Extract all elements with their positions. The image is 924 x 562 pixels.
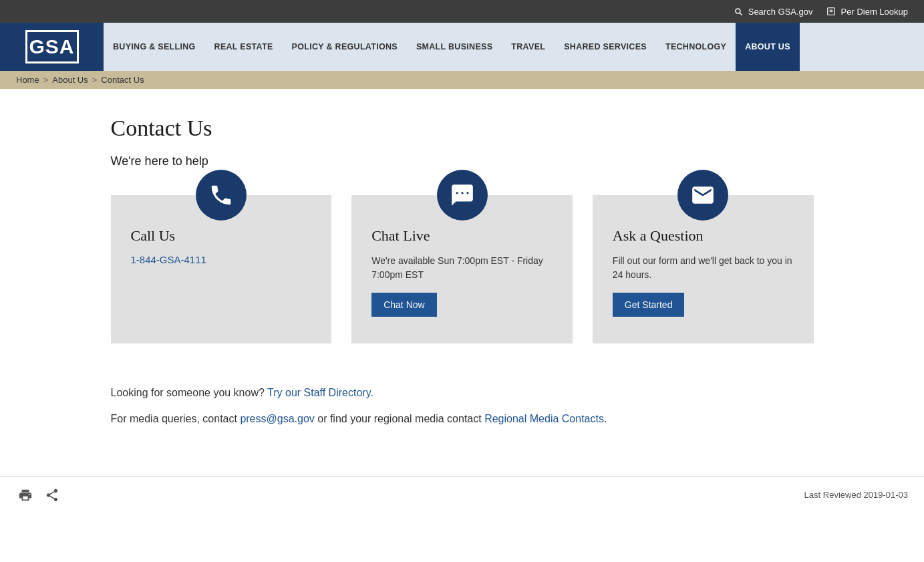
media-suffix: . [604, 413, 607, 424]
phone-number-link[interactable]: 1-844-GSA-4111 [131, 254, 206, 265]
call-us-icon-wrap [196, 170, 247, 221]
staff-directory-suffix: . [370, 387, 373, 398]
ask-question-description: Fill out our form and we'll get back to … [613, 254, 794, 282]
nav-small-business[interactable]: SMALL BUSINESS [407, 23, 502, 71]
nav-buying-selling[interactable]: BUYING & SELLING [104, 23, 205, 71]
share-button[interactable] [43, 486, 61, 505]
media-contacts-paragraph: For media queries, contact press@gsa.gov… [111, 410, 814, 429]
ask-question-card: Ask a Question Fill out our form and we'… [593, 195, 814, 343]
page-subtitle: We're here to help [111, 154, 814, 168]
ask-question-title: Ask a Question [613, 227, 794, 245]
ask-question-icon-wrap [677, 170, 728, 221]
page-footer: Last Reviewed 2019-01-03 [0, 476, 924, 514]
nav-about-us[interactable]: ABOUT US [736, 23, 800, 71]
regional-media-contacts-link[interactable]: Regional Media Contacts [484, 413, 604, 424]
call-us-card: Call Us 1-844-GSA-4111 [111, 195, 332, 343]
chat-live-title: Chat Live [371, 227, 553, 245]
nav-real-estate[interactable]: REAL ESTATE [205, 23, 283, 71]
last-reviewed-text: Last Reviewed 2019-01-03 [804, 490, 908, 500]
breadcrumb-home[interactable]: Home [16, 75, 39, 85]
breadcrumb-sep-1: > [43, 75, 49, 85]
get-started-button[interactable]: Get Started [613, 293, 685, 317]
footer-icons [16, 486, 61, 505]
page-title: Contact Us [111, 116, 814, 141]
breadcrumb-about-us[interactable]: About Us [52, 75, 88, 85]
print-button[interactable] [16, 486, 35, 505]
nav-policy-regulations[interactable]: POLICY & REGULATIONS [283, 23, 407, 71]
staff-directory-link[interactable]: Try our Staff Directory [267, 387, 370, 398]
chat-live-icon-wrap [437, 170, 488, 221]
breadcrumb-current: Contact Us [101, 75, 144, 85]
bottom-text-section: Looking for someone you know? Try our St… [111, 384, 814, 429]
nav-shared-services[interactable]: SHARED SERVICES [555, 23, 656, 71]
contact-cards-row: Call Us 1-844-GSA-4111 Chat Live We're a… [111, 195, 814, 343]
chat-icon [450, 182, 475, 208]
staff-directory-paragraph: Looking for someone you know? Try our St… [111, 384, 814, 403]
search-gsa-link[interactable]: Search GSA.gov [734, 7, 813, 17]
breadcrumb: Home > About Us > Contact Us [0, 71, 924, 89]
per-diem-link[interactable]: Per Diem Lookup [826, 7, 908, 17]
chat-now-button[interactable]: Chat Now [371, 293, 436, 317]
staff-directory-text: Looking for someone you know? [111, 387, 265, 398]
gsa-logo: GSA [25, 30, 79, 63]
nav-technology[interactable]: TECHNOLOGY [656, 23, 736, 71]
header: GSA BUYING & SELLING REAL ESTATE POLICY … [0, 23, 924, 71]
phone-icon [208, 182, 234, 208]
main-content: Contact Us We're here to help Call Us 1-… [95, 89, 830, 476]
chat-live-card: Chat Live We're available Sun 7:00pm EST… [351, 195, 573, 343]
utility-bar: Search GSA.gov Per Diem Lookup [0, 0, 924, 23]
chat-live-description: We're available Sun 7:00pm EST - Friday … [371, 254, 553, 282]
logo-wrap: GSA [0, 23, 104, 71]
call-us-title: Call Us [131, 227, 312, 245]
email-icon [690, 182, 716, 208]
media-text-prefix: For media queries, contact [111, 413, 237, 424]
nav-travel[interactable]: TRAVEL [502, 23, 555, 71]
main-nav: BUYING & SELLING REAL ESTATE POLICY & RE… [104, 23, 924, 71]
media-text-middle: or find your regional media contact [317, 413, 481, 424]
press-email-link[interactable]: press@gsa.gov [240, 413, 314, 424]
breadcrumb-sep-2: > [92, 75, 98, 85]
